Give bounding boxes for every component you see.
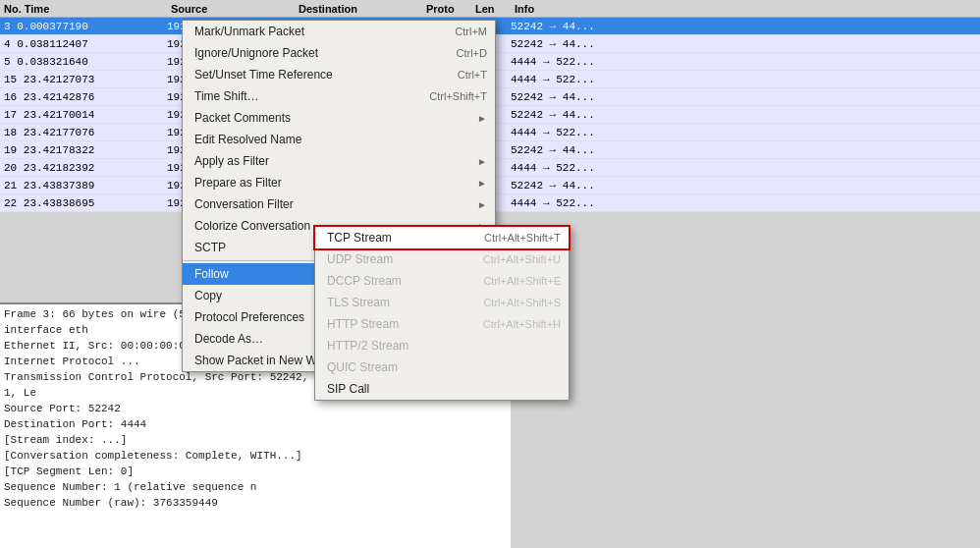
submenu-item-label: DCCP Stream [327, 274, 402, 288]
submenu-arrow-icon: ► [477, 178, 487, 189]
cell-no: 3 0.000377190 [0, 21, 167, 32]
packet-list-header: No. Time Source Destination Proto Len In… [0, 0, 980, 18]
col-header-src: Source [167, 3, 295, 15]
submenu-item: HTTP StreamCtrl+Alt+Shift+H [315, 313, 569, 335]
cell-no: 5 0.038321640 [0, 56, 167, 68]
cell-info: 52242 → 44... [511, 180, 980, 192]
submenu-item-label: HTTP Stream [327, 317, 399, 331]
menu-item-label: Apply as Filter [194, 154, 269, 168]
detail-line: Sequence Number (raw): 3763359449 [4, 495, 507, 511]
menu-item[interactable]: Packet Comments► [183, 107, 495, 129]
menu-item-label: Prepare as Filter [194, 176, 282, 190]
submenu-item: TLS StreamCtrl+Alt+Shift+S [315, 292, 569, 313]
cell-no: 19 23.42178322 [0, 144, 167, 156]
menu-item[interactable]: Edit Resolved Name [183, 129, 495, 150]
menu-item-label: Colorize Conversation [194, 219, 310, 233]
submenu-shortcut: Ctrl+Alt+Shift+S [483, 297, 561, 308]
menu-item-label: Mark/Unmark Packet [194, 25, 304, 38]
submenu-item: QUIC Stream [315, 356, 569, 378]
detail-line: Sequence Number: 1 (relative sequence n [4, 479, 507, 495]
cell-info: 52242 → 44... [511, 91, 980, 103]
menu-item-label: Protocol Preferences [194, 310, 304, 324]
col-header-dst: Destination [295, 3, 422, 15]
cell-no: 20 23.42182392 [0, 162, 167, 174]
menu-item-label: Decode As… [194, 332, 263, 346]
cell-info: 52242 → 44... [511, 144, 980, 156]
menu-item[interactable]: Prepare as Filter► [183, 172, 495, 193]
cell-info: 4444 → 522... [511, 127, 980, 138]
cell-no: 15 23.42127073 [0, 74, 167, 85]
menu-item-label: Copy [194, 289, 222, 302]
cell-info: 4444 → 522... [511, 197, 980, 209]
menu-item-label: Follow [194, 267, 229, 281]
submenu-item: HTTP/2 Stream [315, 335, 569, 356]
submenu-item-label: TCP Stream [327, 231, 392, 245]
menu-item-label: Edit Resolved Name [194, 133, 301, 146]
menu-shortcut: Ctrl+T [458, 69, 487, 81]
submenu-item[interactable]: TCP StreamCtrl+Alt+Shift+T [315, 227, 569, 248]
cell-no: 4 0.038112407 [0, 38, 167, 50]
cell-no: 16 23.42142876 [0, 91, 167, 103]
detail-line: Destination Port: 4444 [4, 416, 507, 432]
cell-no: 21 23.43837389 [0, 180, 167, 192]
menu-shortcut: Ctrl+M [455, 26, 487, 37]
menu-item[interactable]: Time Shift…Ctrl+Shift+T [183, 85, 495, 107]
cell-info: 4444 → 522... [511, 56, 980, 68]
menu-item[interactable]: Set/Unset Time ReferenceCtrl+T [183, 64, 495, 85]
submenu-item-label: HTTP/2 Stream [327, 339, 408, 353]
submenu-item: UDP StreamCtrl+Alt+Shift+U [315, 248, 569, 270]
submenu-shortcut: Ctrl+Alt+Shift+T [484, 232, 561, 244]
col-header-len: Len [471, 3, 511, 15]
cell-no: 17 23.42170014 [0, 109, 167, 121]
submenu-shortcut: Ctrl+Alt+Shift+E [483, 275, 561, 287]
menu-item[interactable]: Conversation Filter► [183, 193, 495, 215]
submenu-arrow-icon: ► [477, 156, 487, 167]
detail-line: [Conversation completeness: Complete, WI… [4, 448, 507, 464]
submenu-item: DCCP StreamCtrl+Alt+Shift+E [315, 270, 569, 292]
cell-info: 4444 → 522... [511, 162, 980, 174]
menu-item[interactable]: Ignore/Unignore PacketCtrl+D [183, 42, 495, 64]
menu-shortcut: Ctrl+Shift+T [429, 90, 487, 102]
submenu-shortcut: Ctrl+Alt+Shift+H [483, 318, 561, 330]
submenu-item[interactable]: SIP Call [315, 378, 569, 400]
submenu-item-label: QUIC Stream [327, 360, 398, 374]
cell-info: 52242 → 44... [511, 109, 980, 121]
detail-line: [TCP Segment Len: 0] [4, 464, 507, 479]
cell-info: 52242 → 44... [511, 21, 980, 32]
menu-item-label: Ignore/Unignore Packet [194, 46, 318, 60]
cell-info: 4444 → 522... [511, 74, 980, 85]
menu-item-label: Time Shift… [194, 89, 259, 103]
menu-item-label: SCTP [194, 241, 226, 254]
submenu-item-label: SIP Call [327, 382, 369, 396]
submenu-shortcut: Ctrl+Alt+Shift+U [483, 253, 561, 265]
follow-submenu[interactable]: TCP StreamCtrl+Alt+Shift+TUDP StreamCtrl… [314, 226, 570, 401]
menu-item-label: Conversation Filter [194, 197, 294, 211]
detail-line: Source Port: 52242 [4, 401, 507, 416]
menu-item-label: Packet Comments [194, 111, 291, 125]
col-header-info: Info [511, 3, 538, 15]
submenu-arrow-icon: ► [477, 199, 487, 210]
submenu-arrow-icon: ► [477, 113, 487, 124]
cell-no: 18 23.42177076 [0, 127, 167, 138]
menu-item[interactable]: Apply as Filter► [183, 150, 495, 172]
cell-no: 22 23.43838695 [0, 197, 167, 209]
submenu-item-label: TLS Stream [327, 296, 390, 309]
menu-item[interactable]: Mark/Unmark PacketCtrl+M [183, 21, 495, 42]
detail-line: [Stream index: ...] [4, 432, 507, 448]
cell-info: 52242 → 44... [511, 38, 980, 50]
submenu-item-label: UDP Stream [327, 252, 393, 266]
menu-shortcut: Ctrl+D [457, 47, 487, 59]
menu-item-label: Set/Unset Time Reference [194, 68, 333, 82]
col-header-no: No. Time [0, 3, 167, 15]
col-header-proto: Proto [422, 3, 471, 15]
